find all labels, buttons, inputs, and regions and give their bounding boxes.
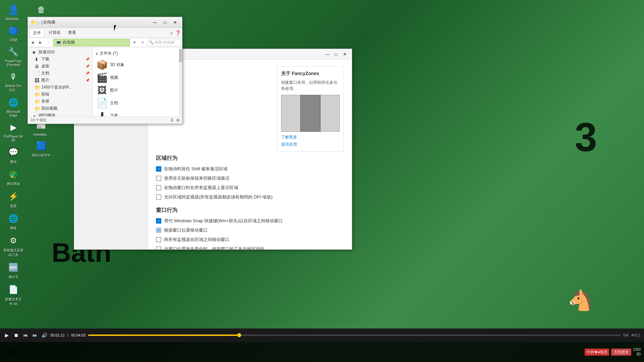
desktop-icon-edge[interactable]: 🌐 Microsoft Edge bbox=[2, 95, 25, 119]
stop-button[interactable]: ⏹ bbox=[13, 333, 19, 338]
checkbox-win-3[interactable] bbox=[156, 237, 161, 242]
file-item-pictures[interactable]: 🖼 图片 bbox=[95, 84, 179, 97]
folder-section-header[interactable]: ∨ 文件夹 (7) bbox=[95, 50, 179, 57]
progress-bar[interactable] bbox=[88, 335, 621, 336]
window-behavior-3: 跨所有监视器在区域之间移动窗口 bbox=[156, 237, 344, 243]
taskbar-left: ⊞ bbox=[0, 342, 23, 362]
folder-icon-video: 🎬 bbox=[97, 72, 107, 83]
file-list: ∨ 文件夹 (7) 📦 3D 对象 🎬 视频 🖼 图片 📄 文档 bbox=[93, 47, 182, 116]
desktop: 👤 Administ... 🔵 USM 🔧 PowerToys (Preview… bbox=[0, 0, 644, 362]
desktop-icon-airtime[interactable]: 🎙 Airtime Pro 分区... bbox=[2, 69, 25, 94]
vertical-scrollbar[interactable] bbox=[179, 47, 182, 116]
view-grid-btn[interactable]: ⊞ bbox=[176, 118, 179, 122]
desktop-icon-usm[interactable]: 🔵 USM bbox=[2, 23, 25, 43]
rawvideo-icon: 📁 bbox=[35, 106, 40, 111]
sidebar-item-rawvideo[interactable]: 📁 原始视频 bbox=[28, 105, 92, 112]
checkbox-zone-1[interactable]: ✓ bbox=[156, 166, 161, 172]
pt-maximize-button[interactable]: □ bbox=[332, 51, 340, 58]
desktop-icon-thunder[interactable]: ⚡ 迅雷 bbox=[2, 188, 25, 210]
sidebar-item-quickaccess[interactable]: ★ 快速访问 bbox=[28, 49, 92, 56]
address-bar: ◀ ▶ ↑ 💻 此电脑 ▼ ✕ 🔍 搜索"此电脑" bbox=[28, 38, 182, 47]
pt-close-button[interactable]: ✕ bbox=[340, 51, 349, 58]
back-button[interactable]: ◀ bbox=[29, 39, 36, 46]
minimize-button[interactable]: — bbox=[151, 19, 159, 26]
pt-about-box: 关于 FancyZones 创建窗口布局，以帮助简化多任务处理。 了解更多 提供… bbox=[277, 66, 344, 152]
zone-3 bbox=[320, 95, 340, 132]
desktop-icon-net[interactable]: 🌐 网络 bbox=[2, 210, 25, 232]
ribbon-expand-btn[interactable]: ∨ bbox=[170, 30, 173, 36]
folder-icon-1450: 📁 bbox=[35, 85, 40, 90]
view-list-btn[interactable]: ☰ bbox=[170, 118, 174, 122]
desktop-icon-potplayer[interactable]: ▶ PotPlayer 64 bit bbox=[2, 119, 25, 143]
address-clear[interactable]: ✕ bbox=[139, 39, 146, 46]
desktop-icon-newfile[interactable]: 📄 新建文本文件.txt bbox=[2, 282, 25, 308]
sidebar-item-clips[interactable]: 📁 剪辑 bbox=[28, 91, 92, 98]
zone-behavior-title: 区域行为 bbox=[156, 155, 344, 162]
play-button[interactable]: ▶ bbox=[3, 333, 10, 338]
video-player: ▶ ⏹ ⏮ ⏭ 🔊 00:01:12 / 00:04:03 5W AVC1 bbox=[0, 328, 644, 342]
maximize-button[interactable]: □ bbox=[161, 19, 169, 26]
window-behavior-4: 当窗口位置发生变化时，保持窗口的工各自的区域中 bbox=[156, 246, 344, 249]
address-dropdown[interactable]: ▼ bbox=[131, 39, 138, 46]
desktop-icon-dreamwest[interactable]: 🐲 梦幻西游 bbox=[2, 166, 25, 188]
desktop-icon-sysact[interactable]: ⚙ 系统激活及更动工具 bbox=[2, 233, 25, 259]
checkbox-zone-2[interactable] bbox=[156, 176, 161, 181]
mute-button[interactable]: 🔊 bbox=[41, 333, 48, 338]
wubi-pinyin-btn[interactable]: 五笔拼音 bbox=[611, 349, 631, 356]
prev-button[interactable]: ⏮ bbox=[22, 333, 29, 338]
up-button[interactable]: ↑ bbox=[45, 39, 52, 46]
learn-more-link[interactable]: 了解更多 bbox=[281, 134, 339, 140]
download-icon: ⬇ bbox=[35, 57, 40, 62]
folder-icon-docs: 📄 bbox=[97, 98, 107, 108]
file-item-docs[interactable]: 📄 文档 bbox=[95, 97, 179, 109]
sidebar-item-docs[interactable]: 📄 文档 📌 bbox=[28, 70, 92, 77]
ribbon-help-btn[interactable]: ❓ bbox=[175, 30, 181, 36]
quickaccess-icon: ★ bbox=[32, 50, 37, 55]
zone-behavior-section: 区域行为 ✓ 在拖动时按住 Shift 键来激活区域 使用非主鼠标按钮来切换区域… bbox=[156, 155, 344, 200]
forward-button[interactable]: ▶ bbox=[37, 39, 44, 46]
sidebar-item-screen[interactable]: 📁 录屏 bbox=[28, 98, 92, 105]
file-item-downloads[interactable]: ⬇ 下载 bbox=[95, 109, 179, 116]
folder-icon-downloads: ⬇ bbox=[97, 110, 107, 116]
docs-icon: 📄 bbox=[35, 71, 40, 76]
checkbox-win-2[interactable]: ✓ bbox=[156, 228, 161, 233]
file-explorer-window: 📁 | | 此电脑 — □ ✕ 文件 计算机 查看 ∨ ❓ ◀ ▶ ↑ 💻 此电… bbox=[28, 17, 182, 124]
search-box[interactable]: 🔍 搜索"此电脑" bbox=[147, 39, 181, 46]
checkbox-zone-3[interactable] bbox=[156, 185, 161, 190]
checkbox-win-1[interactable]: ✓ bbox=[156, 218, 161, 224]
ribbon-tab-computer[interactable]: 计算机 bbox=[45, 29, 64, 37]
pt-minimize-button[interactable]: — bbox=[323, 51, 332, 58]
desktop-icon-wechat[interactable]: 💬 微信 bbox=[2, 144, 25, 166]
sidebar-item-desktop[interactable]: 🖥 桌面 📌 bbox=[28, 63, 92, 70]
desktop-icon-powertoys[interactable]: 🔧 PowerToys (Preview) bbox=[2, 44, 25, 68]
pictures-icon: 🖼 bbox=[35, 78, 40, 83]
wps-icon: ☁ bbox=[32, 113, 37, 117]
close-button[interactable]: ✕ bbox=[171, 19, 179, 26]
checkbox-win-4[interactable] bbox=[156, 246, 161, 249]
zone-1 bbox=[281, 95, 301, 132]
screen-icon: 📁 bbox=[35, 99, 40, 104]
scrollbar-thumb[interactable] bbox=[179, 49, 182, 62]
sidebar-item-download[interactable]: ⬇ 下载 📌 bbox=[28, 56, 92, 63]
ribbon-tab-file[interactable]: 文件 bbox=[29, 29, 45, 37]
ime-indicator[interactable]: 中拼◈♦电消 bbox=[585, 349, 609, 356]
taskbar-icon-start[interactable]: ⊞ bbox=[2, 342, 22, 362]
sidebar-item-wps[interactable]: ☁ WPS网盘 bbox=[28, 112, 92, 116]
overlay-number-3: 3 bbox=[575, 114, 597, 160]
desktop-icon-dazitxt[interactable]: 🔤 增大字 bbox=[2, 259, 25, 281]
ribbon-tab-view[interactable]: 查看 bbox=[65, 29, 79, 37]
address-path[interactable]: 💻 此电脑 bbox=[53, 39, 130, 46]
taskbar-right: 中拼◈♦电消 五笔拼音 1310 3D bbox=[585, 347, 644, 357]
sidebar-item-pictures[interactable]: 🖼 图片 📌 bbox=[28, 77, 92, 84]
file-item-video[interactable]: 🎬 视频 bbox=[95, 71, 179, 84]
desktop-icon-360mini[interactable]: 🟦 360小程字中 bbox=[28, 138, 55, 159]
feedback-link[interactable]: 提供反馈 bbox=[281, 141, 339, 147]
file-item-3d[interactable]: 📦 3D 对象 bbox=[95, 58, 179, 71]
file-explorer-title: | 此电脑 bbox=[41, 19, 149, 25]
checkbox-zone-4[interactable] bbox=[156, 194, 161, 200]
sidebar-item-1450[interactable]: 📁 1450个提全的P... bbox=[28, 84, 92, 91]
desktop-icon-admin[interactable]: 👤 Administ... bbox=[2, 2, 25, 22]
time-current: 00:01:12 bbox=[50, 333, 65, 337]
next-button[interactable]: ⏭ bbox=[32, 333, 38, 338]
zone-behavior-2: 使用非主鼠标按钮来切换区域激活 bbox=[156, 175, 344, 181]
